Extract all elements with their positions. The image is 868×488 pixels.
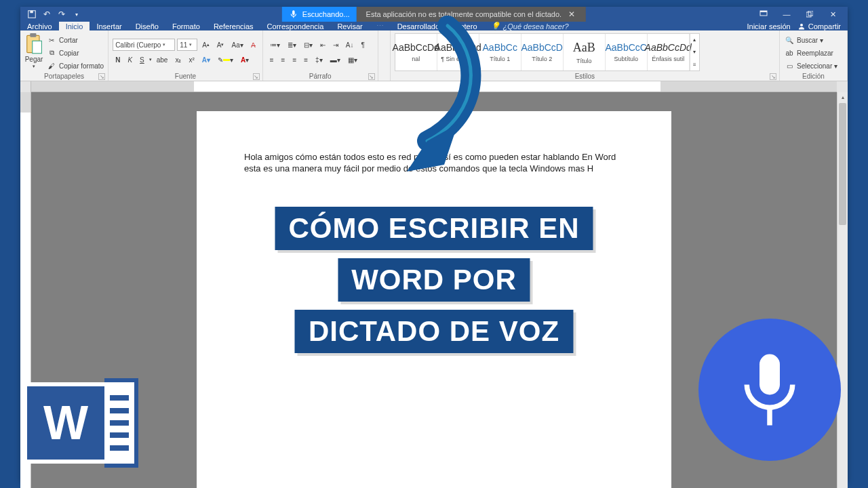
cut-button[interactable]: ✂Cortar	[46, 35, 104, 45]
vertical-scrollbar[interactable]: ▴ ▾	[837, 92, 848, 488]
style-name: Título 2	[532, 56, 552, 62]
dialog-launcher-icon[interactable]: ↘	[253, 73, 260, 80]
gallery-up-icon[interactable]: ▴	[690, 37, 699, 43]
tab-inicio[interactable]: Inicio	[59, 22, 90, 30]
word-w: W	[23, 382, 104, 464]
paste-label: Pegar	[25, 56, 43, 63]
svg-rect-8	[30, 33, 36, 37]
style-subtitulo[interactable]: AaBbCcCSubtítulo	[606, 34, 648, 70]
copy-icon: ⧉	[46, 47, 57, 58]
text-effects-button[interactable]: A▾	[199, 54, 213, 66]
copy-button[interactable]: ⧉Copiar	[46, 47, 104, 58]
font-name-combo[interactable]: Calibri (Cuerpo▾	[113, 39, 175, 51]
title-line-3: DICTADO DE VOZ	[295, 310, 573, 353]
font-size-combo[interactable]: 11▾	[177, 39, 197, 51]
maximize-button[interactable]	[799, 7, 821, 22]
thumbnail-title-overlay: CÓMO ESCRIBIR EN WORD POR DICTADO DE VOZ	[275, 207, 593, 353]
scroll-thumb[interactable]	[839, 103, 846, 225]
style-enfasis[interactable]: AaBbCcDdÉnfasis sutil	[648, 34, 690, 70]
clear-format-button[interactable]: A̶	[248, 39, 258, 51]
subscript-button[interactable]: x₂	[172, 54, 184, 66]
replace-label: Reemplazar	[797, 49, 833, 57]
svg-rect-9	[33, 41, 42, 53]
paste-button[interactable]: Pegar ▾	[24, 33, 43, 69]
numbering-button[interactable]: ≣▾	[285, 39, 299, 51]
save-icon[interactable]	[26, 8, 38, 20]
select-button[interactable]: ▭Seleccionar▾	[784, 60, 837, 71]
gallery-more-icon[interactable]: ≡	[690, 62, 699, 68]
group-label: Fuente	[175, 73, 196, 80]
tab-formato[interactable]: Formato	[165, 22, 207, 30]
highlight-button[interactable]: ✎▾	[215, 54, 236, 66]
scroll-up-icon[interactable]: ▴	[837, 92, 848, 102]
scissors-icon: ✂	[46, 35, 57, 45]
cursor-icon: ▭	[784, 60, 795, 71]
align-right-button[interactable]: ≡	[290, 54, 299, 66]
sign-in-link[interactable]: Iniciar sesión	[747, 22, 791, 30]
bullets-button[interactable]: ≔▾	[267, 39, 283, 51]
minimize-button[interactable]: —	[776, 7, 797, 22]
replace-button[interactable]: abReemplazar	[784, 47, 833, 58]
close-button[interactable]: ✕	[822, 7, 844, 22]
pointer-arrow-icon	[326, 12, 502, 188]
style-preview: AaBbCcD	[521, 42, 562, 53]
redo-icon[interactable]: ↷	[56, 8, 68, 20]
bold-button[interactable]: N	[113, 54, 123, 66]
tab-referencias[interactable]: Referencias	[207, 22, 260, 30]
copy-label: Copiar	[59, 49, 79, 57]
style-titulo2[interactable]: AaBbCcDTítulo 2	[521, 34, 564, 70]
ribbon-options-icon[interactable]	[753, 7, 774, 22]
group-label: Estilos	[575, 73, 595, 80]
format-painter-button[interactable]: 🖌Copiar formato	[46, 60, 104, 71]
svg-rect-11	[760, 354, 780, 395]
find-label: Buscar	[797, 37, 818, 44]
group-label: Edición	[802, 73, 825, 80]
change-case-button[interactable]: Aa▾	[229, 39, 245, 51]
line-spacing-button[interactable]: ‡▾	[313, 54, 326, 66]
share-button[interactable]: Compartir	[797, 22, 841, 30]
qat-dropdown-icon[interactable]: ▾	[71, 8, 83, 20]
share-label: Compartir	[808, 22, 841, 30]
justify-button[interactable]: ≡	[301, 54, 311, 66]
tab-archivo[interactable]: Archivo	[20, 22, 59, 30]
svg-rect-3	[760, 11, 767, 12]
align-center-button[interactable]: ≡	[279, 54, 288, 66]
replace-icon: ab	[784, 47, 795, 58]
window-controls: — ✕	[753, 7, 848, 22]
style-preview: AaB	[573, 41, 595, 55]
quick-access-toolbar: ↶ ↷ ▾	[20, 8, 83, 20]
gallery-down-icon[interactable]: ▾	[690, 49, 699, 55]
group-edicion: 🔍Buscar▾ abReemplazar ▭Seleccionar▾ Edic…	[780, 30, 848, 81]
microphone-icon	[289, 9, 298, 19]
align-left-button[interactable]: ≡	[267, 54, 277, 66]
font-name-value: Calibri (Cuerpo	[115, 41, 161, 49]
font-size-value: 11	[180, 41, 187, 49]
multilevel-button[interactable]: ⊟▾	[301, 39, 315, 51]
superscript-button[interactable]: x²	[186, 54, 197, 66]
brush-icon: 🖌	[46, 60, 57, 71]
find-button[interactable]: 🔍Buscar▾	[784, 35, 823, 45]
group-portapapeles: Pegar ▾ ✂Cortar ⧉Copiar 🖌Copiar formato …	[20, 30, 108, 81]
undo-icon[interactable]: ↶	[41, 8, 53, 20]
close-banner-icon[interactable]: ✕	[567, 9, 576, 19]
strikethrough-button[interactable]: abe	[154, 54, 171, 66]
style-preview: AaBbCcC	[605, 42, 646, 53]
tab-insertar[interactable]: Insertar	[90, 22, 128, 30]
shrink-font-button[interactable]: A▾	[214, 39, 227, 51]
style-name: Énfasis sutil	[652, 56, 684, 62]
dialog-launcher-icon[interactable]: ↘	[98, 73, 105, 80]
person-icon	[797, 22, 806, 30]
dialog-launcher-icon[interactable]: ↘	[770, 73, 776, 80]
tab-diseno[interactable]: Diseño	[129, 22, 165, 30]
underline-button[interactable]: S	[137, 54, 147, 66]
tell-me-label: ¿Qué desea hacer?	[503, 22, 569, 30]
svg-point-6	[800, 24, 803, 26]
italic-button[interactable]: K	[125, 54, 135, 66]
clipboard-icon	[24, 33, 43, 55]
font-color-button[interactable]: A▾	[238, 54, 252, 66]
tab-correspondencia[interactable]: Correspondencia	[260, 22, 331, 30]
search-icon: 🔍	[784, 35, 795, 45]
word-logo-icon: W	[23, 378, 138, 468]
grow-font-button[interactable]: A▴	[199, 39, 212, 51]
style-titulo[interactable]: AaBTítulo	[564, 34, 606, 70]
